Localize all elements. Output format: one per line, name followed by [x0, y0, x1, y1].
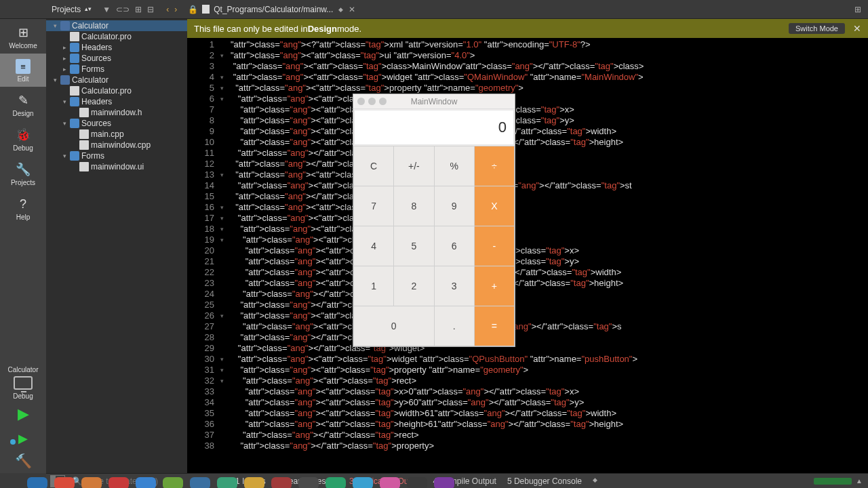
mode-label: Design: [12, 110, 33, 117]
calc-key-3[interactable]: 3: [434, 266, 474, 306]
mode-help[interactable]: ? Help: [0, 190, 46, 225]
banner-text-prefix: This file can only be edited in: [194, 24, 308, 34]
calculator-window[interactable]: MainWindow 0 C +/- % ÷ 7 8 9 X 4 5 6 - 1…: [353, 94, 515, 347]
tree-project-root[interactable]: ▾Calculator: [46, 75, 187, 85]
tree-folder-headers[interactable]: ▾Headers: [46, 96, 187, 107]
tree-file[interactable]: mainwindow.h: [46, 107, 187, 118]
fold-column: ▾▾▾▾▾▾▾▾▾▾▾▾▾: [217, 38, 226, 473]
calc-key-multiply[interactable]: X: [474, 186, 514, 226]
dropdown-arrows-icon: ▴▾: [85, 6, 92, 12]
tree-file[interactable]: main.cpp: [46, 129, 187, 140]
tree-folder-sources[interactable]: ▸Sources: [46, 53, 187, 64]
calc-key-divide[interactable]: ÷: [474, 146, 514, 186]
pencil-icon: ✎: [15, 92, 31, 108]
collapse-icon[interactable]: ⊟: [147, 5, 154, 14]
file-icon: [70, 86, 79, 96]
build-button[interactable]: 🔨: [15, 449, 32, 473]
calc-key-subtract[interactable]: -: [474, 226, 514, 266]
folder-icon: [70, 151, 79, 161]
traffic-lights[interactable]: [357, 98, 387, 105]
calc-key-percent[interactable]: %: [434, 146, 474, 186]
calc-titlebar[interactable]: MainWindow: [353, 94, 515, 109]
code-editor[interactable]: 1234567891011121314151617181920212223242…: [187, 38, 868, 473]
mode-welcome[interactable]: ⊞ Welcome: [0, 19, 46, 54]
calc-display: 0: [354, 110, 514, 145]
project-selector[interactable]: Projects ▴▾: [46, 5, 97, 14]
calc-key-2[interactable]: 2: [394, 266, 434, 306]
mode-sidebar: ⊞ Welcome ≡ Edit ✎ Design 🐞 Debug 🔧 Proj…: [0, 19, 46, 473]
banner-close-icon[interactable]: ✕: [853, 23, 861, 34]
calc-title: MainWindow: [411, 97, 458, 106]
file-icon: [202, 5, 210, 14]
mode-label: Help: [16, 214, 31, 221]
calc-key-8[interactable]: 8: [394, 186, 434, 226]
calc-key-9[interactable]: 9: [434, 186, 474, 226]
calc-key-equals[interactable]: =: [474, 306, 514, 346]
calc-key-dot[interactable]: .: [434, 306, 474, 346]
tree-folder-sources[interactable]: ▾Sources: [46, 118, 187, 129]
calc-key-1[interactable]: 1: [354, 266, 394, 306]
filter-icon[interactable]: ▼: [102, 5, 111, 14]
mode-projects[interactable]: 🔧 Projects: [0, 156, 46, 190]
tree-folder-forms[interactable]: ▸Forms: [46, 64, 187, 75]
calc-key-7[interactable]: 7: [354, 186, 394, 226]
tree-file[interactable]: mainwindow.ui: [46, 161, 187, 172]
debug-run-button[interactable]: ▶: [18, 428, 28, 449]
mode-label: Edit: [17, 75, 28, 83]
project-icon: [60, 75, 70, 85]
calc-key-5[interactable]: 5: [394, 226, 434, 266]
folder-icon: [70, 43, 79, 52]
calc-key-0[interactable]: 0: [354, 306, 435, 346]
mode-label: Debug: [13, 144, 33, 152]
tree-file[interactable]: Calculator.pro: [46, 31, 187, 42]
monitor-icon[interactable]: [14, 376, 33, 390]
link-icon[interactable]: ⊂⊃: [116, 5, 130, 14]
run-target-project[interactable]: Calculator: [7, 366, 38, 373]
nav-back-icon[interactable]: ‹: [166, 5, 169, 14]
editor-region: This file can only be edited in Design m…: [187, 19, 868, 473]
code-lines: "attr">class="ang"><?"attr">class="tag">…: [226, 38, 868, 473]
mode-edit[interactable]: ≡ Edit: [0, 54, 46, 87]
switch-mode-button[interactable]: Switch Mode: [789, 23, 845, 34]
project-selector-label: Projects: [52, 5, 81, 14]
mode-debug[interactable]: 🐞 Debug: [0, 121, 46, 156]
calc-key-4[interactable]: 4: [354, 226, 394, 266]
breadcrumb-text: Qt_Programs/Calculator/mainw...: [214, 5, 333, 14]
file-icon: [79, 140, 89, 150]
lock-icon: 🔒: [184, 5, 202, 14]
file-icon: [79, 129, 89, 139]
topbar: Projects ▴▾ ▼ ⊂⊃ ⊞ ⊟ ‹ › 🔒 Qt_Programs/C…: [0, 0, 868, 19]
file-icon: [70, 32, 79, 41]
run-target-mode[interactable]: Debug: [13, 392, 33, 400]
tree-file[interactable]: Calculator.pro: [46, 85, 187, 96]
close-tab-icon[interactable]: ✕: [349, 5, 355, 14]
calc-key-6[interactable]: 6: [434, 226, 474, 266]
calc-keypad: C +/- % ÷ 7 8 9 X 4 5 6 - 1 2 3 + 0 . =: [353, 146, 515, 346]
file-icon: [79, 108, 89, 117]
dock-strip: [0, 474, 868, 488]
nav-forward-icon[interactable]: ›: [174, 5, 177, 14]
help-icon: ?: [15, 196, 31, 212]
edit-icon: ≡: [16, 59, 31, 74]
tree-folder-headers[interactable]: ▸Headers: [46, 42, 187, 53]
tree-folder-forms[interactable]: ▾Forms: [46, 150, 187, 161]
mode-label: Projects: [11, 179, 35, 186]
split-add-icon[interactable]: ⊞: [135, 5, 142, 14]
tree-project-root[interactable]: ▾Calculator: [46, 20, 187, 31]
calc-key-plusminus[interactable]: +/-: [394, 146, 434, 186]
mode-design[interactable]: ✎ Design: [0, 87, 46, 121]
line-number-gutter: 1234567891011121314151617181920212223242…: [187, 38, 217, 473]
dropdown-arrows-icon: ◆: [338, 6, 343, 13]
folder-icon: [70, 97, 79, 106]
breadcrumb[interactable]: Qt_Programs/Calculator/mainw... ◆: [202, 5, 343, 14]
bug-icon: 🐞: [15, 127, 31, 143]
run-button[interactable]: ▶: [18, 400, 29, 428]
folder-icon: [70, 64, 79, 74]
folder-icon: [70, 54, 79, 63]
banner-text-bold: Design: [308, 24, 337, 34]
split-editor-icon[interactable]: ⊞: [848, 5, 868, 14]
calc-key-add[interactable]: +: [474, 266, 514, 306]
calc-key-clear[interactable]: C: [354, 146, 394, 186]
wrench-icon: 🔧: [15, 161, 31, 178]
tree-file[interactable]: mainwindow.cpp: [46, 140, 187, 150]
